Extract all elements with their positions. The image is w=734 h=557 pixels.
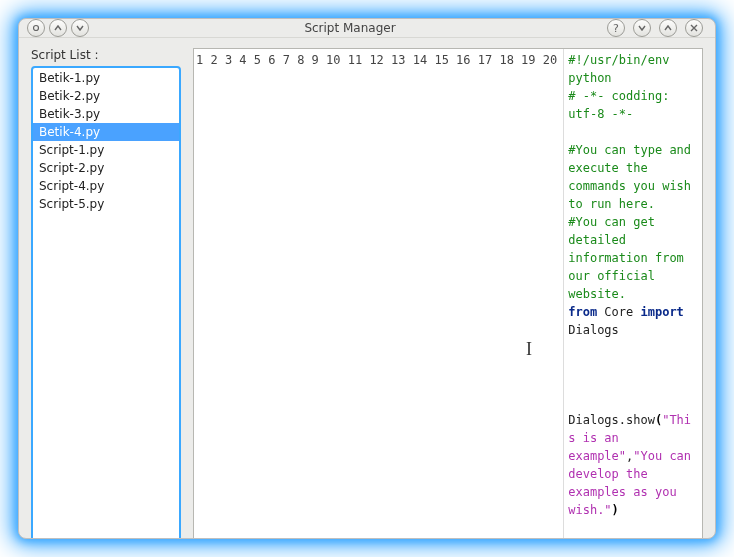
code-editor[interactable]: 1 2 3 4 5 6 7 8 9 10 11 12 13 14 15 16 1… [193, 48, 703, 539]
shade-up-icon[interactable] [49, 19, 67, 37]
svg-point-0 [34, 26, 39, 31]
shade-down-icon[interactable] [71, 19, 89, 37]
script-list[interactable]: Betik-1.pyBetik-2.pyBetik-3.pyBetik-4.py… [31, 66, 181, 539]
list-item[interactable]: Script-2.py [33, 159, 179, 177]
script-list-label: Script List : [31, 48, 181, 62]
list-item[interactable]: Script-4.py [33, 177, 179, 195]
window-title: Script Manager [93, 21, 607, 35]
minimize-icon[interactable] [633, 19, 651, 37]
list-item[interactable]: Betik-1.py [33, 69, 179, 87]
list-item[interactable]: Betik-3.py [33, 105, 179, 123]
list-item[interactable]: Betik-2.py [33, 87, 179, 105]
titlebar: Script Manager ? [19, 19, 715, 38]
list-item[interactable]: Script-1.py [33, 141, 179, 159]
script-manager-window: Script Manager ? Script List : Betik-1.p… [18, 18, 716, 539]
code-area[interactable]: #!/usr/bin/env python# -*- codding: utf-… [564, 49, 702, 539]
close-icon[interactable] [685, 19, 703, 37]
list-item[interactable]: Betik-4.py [33, 123, 179, 141]
help-icon[interactable]: ? [607, 19, 625, 37]
maximize-icon[interactable] [659, 19, 677, 37]
list-item[interactable]: Script-5.py [33, 195, 179, 213]
menu-icon[interactable] [27, 19, 45, 37]
line-number-gutter: 1 2 3 4 5 6 7 8 9 10 11 12 13 14 15 16 1… [194, 49, 564, 539]
